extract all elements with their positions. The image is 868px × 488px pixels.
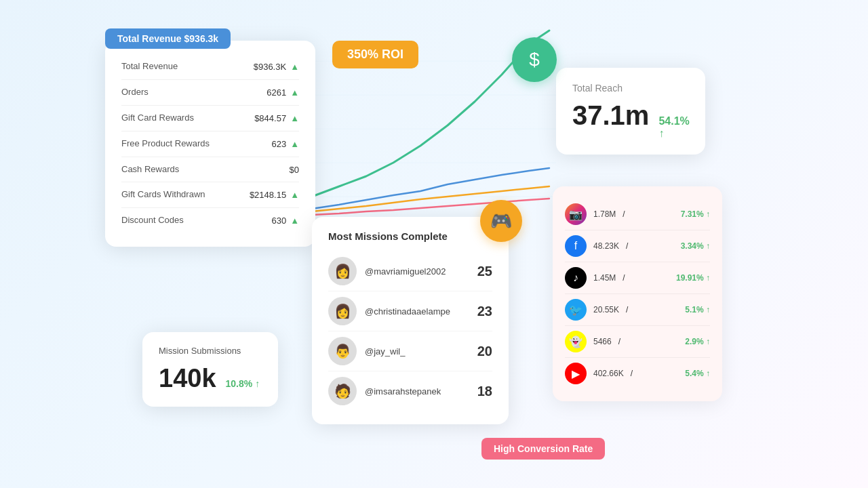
revenue-row: Total Revenue $936.3K ▲ <box>121 54 299 80</box>
missions-sub-value: 140k <box>159 364 216 393</box>
revenue-label: Cash Rewards <box>121 164 179 176</box>
social-pct: 5.4% ↑ <box>685 369 710 378</box>
social-row: 📷 1.78M / 7.31% ↑ <box>565 199 710 230</box>
social-num: 5466 <box>593 337 612 346</box>
missions-complete-card: Most Missions Complete 👩 @mavriamiguel20… <box>312 217 509 424</box>
revenue-label: Discount Codes <box>121 215 184 226</box>
social-pct: 3.34% ↑ <box>681 241 710 251</box>
social-row: 👻 5466 / 2.9% ↑ <box>565 326 710 358</box>
missions-sub-title: Mission Submissions <box>159 346 262 356</box>
revenue-value: 623 ▲ <box>271 139 299 149</box>
user-avatar: 👨 <box>328 337 357 365</box>
social-platform-icon: ▶ <box>565 363 587 384</box>
revenue-value: $0 <box>290 165 299 175</box>
mission-count: 25 <box>477 264 492 279</box>
social-num: 1.78M <box>593 209 616 219</box>
revenue-value: $936.3K ▲ <box>254 62 299 72</box>
missions-complete-row: 👨 @jay_wil_ 20 <box>328 331 492 371</box>
revenue-value: 6261 ▲ <box>267 87 299 98</box>
social-num: 20.55K <box>593 305 619 314</box>
arrow-up-icon: ▲ <box>290 62 299 72</box>
social-divider: / <box>626 241 674 251</box>
social-num: 1.45M <box>593 273 616 283</box>
reach-card: Total Reach 37.1m 54.1% ↑ <box>556 68 705 155</box>
mission-count: 18 <box>477 384 492 399</box>
user-handle: @mavriamiguel2002 <box>365 266 469 277</box>
reach-value: 37.1m <box>572 100 649 131</box>
revenue-label: Free Product Rewards <box>121 138 210 150</box>
social-pct: 5.1% ↑ <box>685 305 710 314</box>
user-handle: @jay_wil_ <box>365 346 469 357</box>
revenue-row: Orders 6261 ▲ <box>121 80 299 106</box>
social-pct: 2.9% ↑ <box>685 337 710 346</box>
social-row: 🐦 20.55K / 5.1% ↑ <box>565 294 710 326</box>
social-platform-icon: 👻 <box>565 331 587 352</box>
arrow-up-icon: ▲ <box>290 139 299 149</box>
revenue-label: Total Revenue <box>121 61 178 73</box>
revenue-label: Gift Cards Withdrawn <box>121 189 205 201</box>
user-handle: @christinadaaelampe <box>365 306 469 317</box>
reach-pct: 54.1% ↑ <box>658 115 689 140</box>
social-divider: / <box>623 209 673 219</box>
revenue-value: $2148.15 ▲ <box>250 190 299 200</box>
missions-complete-row: 👩 @mavriamiguel2002 25 <box>328 251 492 291</box>
revenue-label: Gift Card Rewards <box>121 113 194 124</box>
social-row: ▶ 402.66K / 5.4% ↑ <box>565 358 710 389</box>
social-divider: / <box>618 337 679 346</box>
social-divider: / <box>626 305 678 314</box>
game-controller-circle: 🎮 <box>480 200 522 242</box>
user-avatar: 🧑 <box>328 377 357 405</box>
social-platform-icon: 📷 <box>565 203 587 225</box>
arrow-up-icon: ▲ <box>290 113 299 123</box>
missions-complete-row: 👩 @christinadaaelampe 23 <box>328 291 492 331</box>
revenue-card: Total Revenue $936.3k Total Revenue $936… <box>105 41 315 247</box>
revenue-value: 630 ▲ <box>271 216 299 226</box>
revenue-row: Gift Card Rewards $844.57 ▲ <box>121 106 299 131</box>
revenue-row: Cash Rewards $0 <box>121 157 299 183</box>
reach-title: Total Reach <box>572 83 689 94</box>
missions-complete-row: 🧑 @imsarahstepanek 18 <box>328 371 492 411</box>
revenue-badge: Total Revenue $936.3k <box>105 28 231 49</box>
user-handle: @imsarahstepanek <box>365 386 469 396</box>
dollar-icon-circle: $ <box>512 37 557 82</box>
mission-count: 23 <box>477 304 492 319</box>
social-platform-icon: 🐦 <box>565 299 587 321</box>
mission-count: 20 <box>477 344 492 359</box>
arrow-up-icon: ▲ <box>290 216 299 226</box>
arrow-up-icon: ▲ <box>290 190 299 200</box>
social-divider: / <box>623 273 669 283</box>
revenue-row: Free Product Rewards 623 ▲ <box>121 131 299 157</box>
user-avatar: 👩 <box>328 297 357 325</box>
social-divider: / <box>631 369 679 378</box>
social-pct: 7.31% ↑ <box>681 209 710 219</box>
conversion-badge: High Conversion Rate <box>481 438 605 460</box>
social-row: f 48.23K / 3.34% ↑ <box>565 230 710 262</box>
revenue-label: Orders <box>121 87 149 98</box>
revenue-row: Gift Cards Withdrawn $2148.15 ▲ <box>121 182 299 208</box>
social-row: ♪ 1.45M / 19.91% ↑ <box>565 262 710 294</box>
missions-submissions-card: Mission Submissions 140k 10.8% ↑ <box>142 332 278 407</box>
arrow-up-icon: ▲ <box>290 87 299 98</box>
user-avatar: 👩 <box>328 257 357 285</box>
social-card: 📷 1.78M / 7.31% ↑ f 48.23K / 3.34% ↑ ♪ 1… <box>553 186 722 401</box>
social-num: 402.66K <box>593 369 624 378</box>
revenue-row: Discount Codes 630 ▲ <box>121 208 299 233</box>
revenue-value: $844.57 ▲ <box>254 113 299 123</box>
social-num: 48.23K <box>593 241 619 251</box>
social-pct: 19.91% ↑ <box>676 273 710 283</box>
social-platform-icon: ♪ <box>565 267 587 289</box>
social-platform-icon: f <box>565 235 587 257</box>
missions-complete-title: Most Missions Complete <box>328 230 492 242</box>
missions-sub-pct: 10.8% ↑ <box>226 378 260 389</box>
roi-badge: 350% ROI <box>332 41 418 68</box>
